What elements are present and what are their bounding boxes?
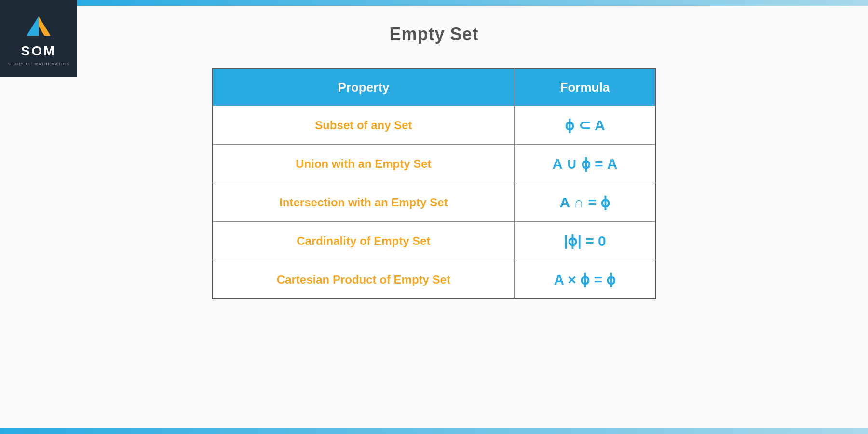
table-row: Cardinality of Empty Set |ϕ| = 0 xyxy=(213,222,655,260)
main-content: Empty Set Property Formula Subset of any… xyxy=(0,0,868,434)
header-property: Property xyxy=(213,69,515,106)
property-cartesian: Cartesian Product of Empty Set xyxy=(213,260,515,299)
formula-union: A ∪ ϕ = A xyxy=(515,145,655,183)
property-intersection: Intersection with an Empty Set xyxy=(213,183,515,222)
formula-cartesian: A × ϕ = ϕ xyxy=(515,260,655,299)
property-subset: Subset of any Set xyxy=(213,106,515,145)
property-cardinality: Cardinality of Empty Set xyxy=(213,222,515,260)
page-title: Empty Set xyxy=(389,24,478,44)
table-row: Intersection with an Empty Set A ∩ = ϕ xyxy=(213,183,655,222)
empty-set-table: Property Formula Subset of any Set ϕ ⊂ A… xyxy=(212,68,656,299)
property-union: Union with an Empty Set xyxy=(213,145,515,183)
formula-cardinality: |ϕ| = 0 xyxy=(515,222,655,260)
formula-intersection: A ∩ = ϕ xyxy=(515,183,655,222)
table-row: Union with an Empty Set A ∪ ϕ = A xyxy=(213,145,655,183)
table-row: Subset of any Set ϕ ⊂ A xyxy=(213,106,655,145)
formula-subset: ϕ ⊂ A xyxy=(515,106,655,145)
table-row: Cartesian Product of Empty Set A × ϕ = ϕ xyxy=(213,260,655,299)
table-wrapper: Property Formula Subset of any Set ϕ ⊂ A… xyxy=(212,68,656,299)
header-formula: Formula xyxy=(515,69,655,106)
